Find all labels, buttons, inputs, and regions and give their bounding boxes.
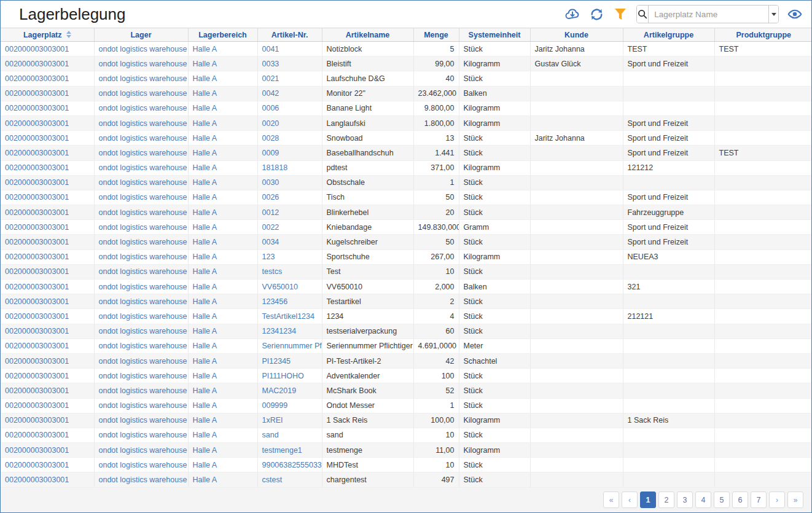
cell-lagerplatz[interactable]: 002000003003001 (1, 42, 94, 57)
table-row[interactable]: 002000003003001ondot logistics warehouse… (1, 353, 812, 368)
pagination-page-6[interactable]: 6 (732, 491, 748, 508)
cell-lagerbereich[interactable]: Halle A (188, 339, 257, 353)
cell-lager[interactable]: ondot logistics warehouse (94, 116, 188, 130)
cell-lagerbereich[interactable]: Halle A (188, 383, 257, 398)
cell-lager[interactable]: ondot logistics warehouse (94, 220, 188, 235)
pagination-prev[interactable]: ‹ (622, 491, 638, 508)
cell-artikelnr[interactable]: sand (257, 428, 322, 442)
cell-artikelnr[interactable]: VV650010 (257, 280, 322, 294)
cell-artikelnr[interactable]: 0021 (257, 71, 322, 86)
cell-lagerbereich[interactable]: Halle A (188, 413, 257, 428)
cell-artikelnr[interactable]: testcs (257, 264, 322, 279)
cell-lager[interactable]: ondot logistics warehouse (94, 353, 188, 368)
cell-artikelnr[interactable]: 0006 (257, 101, 322, 116)
pagination-page-4[interactable]: 4 (695, 491, 711, 508)
column-header-artikelgruppe[interactable]: Artikelgruppe (623, 28, 714, 42)
cell-lager[interactable]: ondot logistics warehouse (94, 413, 188, 428)
table-row[interactable]: 002000003003001ondot logistics warehouse… (1, 383, 812, 398)
cell-lagerbereich[interactable]: Halle A (188, 220, 257, 235)
cell-lagerplatz[interactable]: 002000003003001 (1, 235, 94, 249)
table-row[interactable]: 002000003003001ondot logistics warehouse… (1, 428, 812, 442)
cell-lagerplatz[interactable]: 002000003003001 (1, 205, 94, 220)
cell-lager[interactable]: ondot logistics warehouse (94, 190, 188, 205)
cell-artikelnr[interactable]: 12341234 (257, 324, 322, 339)
table-row[interactable]: 002000003003001ondot logistics warehouse… (1, 71, 812, 86)
cell-lager[interactable]: ondot logistics warehouse (94, 383, 188, 398)
table-row[interactable]: 002000003003001ondot logistics warehouse… (1, 220, 812, 235)
column-header-lagerbereich[interactable]: Lagerbereich (188, 28, 257, 42)
cell-lager[interactable]: ondot logistics warehouse (94, 458, 188, 472)
cell-lagerbereich[interactable]: Halle A (188, 369, 257, 383)
cell-lagerplatz[interactable]: 002000003003001 (1, 264, 94, 279)
table-row[interactable]: 002000003003001ondot logistics warehouse… (1, 264, 812, 279)
cell-lager[interactable]: ondot logistics warehouse (94, 472, 188, 487)
cell-lager[interactable]: ondot logistics warehouse (94, 71, 188, 86)
cell-artikelnr[interactable]: 0030 (257, 175, 322, 190)
cell-lagerplatz[interactable]: 002000003003001 (1, 339, 94, 353)
table-row[interactable]: 002000003003001ondot logistics warehouse… (1, 280, 812, 294)
cell-artikelnr[interactable]: 0026 (257, 190, 322, 205)
cell-lagerplatz[interactable]: 002000003003001 (1, 280, 94, 294)
cell-lagerplatz[interactable]: 002000003003001 (1, 353, 94, 368)
cell-lager[interactable]: ondot logistics warehouse (94, 101, 188, 116)
table-row[interactable]: 002000003003001ondot logistics warehouse… (1, 369, 812, 383)
column-header-lager[interactable]: Lager (94, 28, 188, 42)
cell-artikelnr[interactable]: 0041 (257, 42, 322, 57)
table-row[interactable]: 002000003003001ondot logistics warehouse… (1, 398, 812, 413)
cell-lagerplatz[interactable]: 002000003003001 (1, 57, 94, 71)
pagination-page-1[interactable]: 1 (640, 491, 656, 508)
cell-lagerplatz[interactable]: 002000003003001 (1, 190, 94, 205)
table-row[interactable]: 002000003003001ondot logistics warehouse… (1, 101, 812, 116)
pagination-last[interactable]: » (787, 491, 803, 508)
cell-lagerplatz[interactable]: 002000003003001 (1, 458, 94, 472)
cell-lager[interactable]: ondot logistics warehouse (94, 280, 188, 294)
table-row[interactable]: 002000003003001ondot logistics warehouse… (1, 324, 812, 339)
cell-lagerplatz[interactable]: 002000003003001 (1, 101, 94, 116)
cell-lagerbereich[interactable]: Halle A (188, 116, 257, 130)
cell-artikelnr[interactable]: 0028 (257, 131, 322, 146)
cell-artikelnr[interactable]: 99006382555033 (257, 458, 322, 472)
column-header-kunde[interactable]: Kunde (530, 28, 623, 42)
table-row[interactable]: 002000003003001ondot logistics warehouse… (1, 57, 812, 71)
cell-artikelnr[interactable]: 0012 (257, 205, 322, 220)
table-row[interactable]: 002000003003001ondot logistics warehouse… (1, 472, 812, 487)
cell-lager[interactable]: ondot logistics warehouse (94, 131, 188, 146)
cell-artikelnr[interactable]: PI111HOHO (257, 369, 322, 383)
table-row[interactable]: 002000003003001ondot logistics warehouse… (1, 339, 812, 353)
cell-lagerplatz[interactable]: 002000003003001 (1, 249, 94, 264)
cell-artikelnr[interactable]: cstest (257, 472, 322, 487)
pagination-page-3[interactable]: 3 (677, 491, 693, 508)
cell-artikelnr[interactable]: 009999 (257, 398, 322, 413)
table-row[interactable]: 002000003003001ondot logistics warehouse… (1, 235, 812, 249)
column-header-menge[interactable]: Menge (413, 28, 459, 42)
table-row[interactable]: 002000003003001ondot logistics warehouse… (1, 190, 812, 205)
table-row[interactable]: 002000003003001ondot logistics warehouse… (1, 86, 812, 101)
cell-lagerplatz[interactable]: 002000003003001 (1, 116, 94, 130)
cell-lager[interactable]: ondot logistics warehouse (94, 146, 188, 160)
cell-lagerbereich[interactable]: Halle A (188, 190, 257, 205)
cell-lagerplatz[interactable]: 002000003003001 (1, 220, 94, 235)
table-row[interactable]: 002000003003001ondot logistics warehouse… (1, 131, 812, 146)
cell-lagerbereich[interactable]: Halle A (188, 472, 257, 487)
table-row[interactable]: 002000003003001ondot logistics warehouse… (1, 146, 812, 160)
cell-lager[interactable]: ondot logistics warehouse (94, 235, 188, 249)
cell-lager[interactable]: ondot logistics warehouse (94, 339, 188, 353)
cell-lagerbereich[interactable]: Halle A (188, 264, 257, 279)
cell-lager[interactable]: ondot logistics warehouse (94, 42, 188, 57)
cell-lagerplatz[interactable]: 002000003003001 (1, 428, 94, 442)
cell-artikelnr[interactable]: Seriennummer Pflic (257, 339, 322, 353)
cell-lagerplatz[interactable]: 002000003003001 (1, 175, 94, 190)
cell-lagerplatz[interactable]: 002000003003001 (1, 398, 94, 413)
table-row[interactable]: 002000003003001ondot logistics warehouse… (1, 249, 812, 264)
cell-artikelnr[interactable]: 0034 (257, 235, 322, 249)
table-row[interactable]: 002000003003001ondot logistics warehouse… (1, 42, 812, 57)
table-row[interactable]: 002000003003001ondot logistics warehouse… (1, 309, 812, 324)
cell-artikelnr[interactable]: PI12345 (257, 353, 322, 368)
pagination-next[interactable]: › (769, 491, 785, 508)
cell-lagerplatz[interactable]: 002000003003001 (1, 131, 94, 146)
column-header-artikelnr[interactable]: Artikel-Nr. (257, 28, 322, 42)
cell-lagerbereich[interactable]: Halle A (188, 146, 257, 160)
cell-lagerbereich[interactable]: Halle A (188, 398, 257, 413)
cell-lager[interactable]: ondot logistics warehouse (94, 57, 188, 71)
cell-artikelnr[interactable]: 123456 (257, 294, 322, 309)
